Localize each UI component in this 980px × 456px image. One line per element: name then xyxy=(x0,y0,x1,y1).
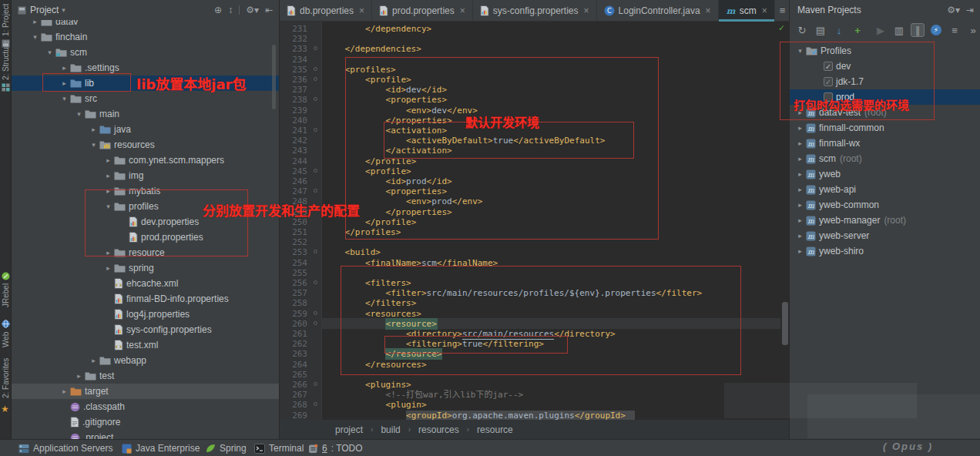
chevron-collapsed-icon[interactable]: ▸ xyxy=(794,109,806,116)
tabs-list-icon[interactable]: ≡ xyxy=(775,0,790,21)
maven-module-yweb-common[interactable]: ▸myweb-common xyxy=(790,197,980,213)
maven-profile-jdk-1-7[interactable]: ✓jdk-1.7 xyxy=(790,74,980,89)
status-item-terminal[interactable]: Terminal xyxy=(254,440,304,456)
tool-button-jrebel[interactable]: JRebel xyxy=(0,270,12,310)
tree-item-com-ynet-scm-mappers[interactable]: ▸com.ynet.scm.mappers xyxy=(12,153,279,168)
tab-prod-properties[interactable]: prod.properties× xyxy=(372,0,473,22)
chevron-collapsed-icon[interactable]: ▸ xyxy=(102,187,114,195)
tree-item-resource[interactable]: ▸resource xyxy=(12,245,279,260)
maven-module-yweb[interactable]: ▸myweb xyxy=(790,166,980,182)
chevron-collapsed-icon[interactable]: ▸ xyxy=(794,201,806,209)
breadcrumb-resources[interactable]: resources xyxy=(418,424,459,435)
tree-item-finchain[interactable]: ▾finchain xyxy=(12,29,279,45)
tree-item-test-xml[interactable]: test.xml xyxy=(12,337,279,353)
tree-item-webapp[interactable]: ▸webapp xyxy=(12,353,279,368)
fold-marker-icon[interactable] xyxy=(314,169,317,173)
tree-item-scm[interactable]: ▾scm xyxy=(12,45,279,60)
chevron-collapsed-icon[interactable]: ▸ xyxy=(102,172,114,179)
close-icon[interactable]: × xyxy=(584,6,589,15)
chevron-expanded-icon[interactable]: ▾ xyxy=(73,110,85,118)
status-item-application-servers[interactable]: Application Servers xyxy=(18,440,112,456)
chevron-collapsed-icon[interactable]: ▸ xyxy=(59,79,70,87)
hide-panel-right-icon[interactable]: ⇥ xyxy=(966,5,974,15)
tab-scm[interactable]: mscm× xyxy=(719,0,775,22)
chevron-collapsed-icon[interactable]: ▸ xyxy=(88,126,99,133)
download-sources-icon[interactable]: ↓ xyxy=(832,23,846,37)
tree-item-test[interactable]: ▸test xyxy=(12,368,279,384)
maven-module-yweb-manager[interactable]: ▸myweb-manager(root) xyxy=(790,213,980,228)
refresh-icon[interactable]: ↻ xyxy=(795,23,809,37)
tree-item-gitignore[interactable]: .gitignore xyxy=(12,414,279,430)
tree-item-src[interactable]: ▾src xyxy=(12,91,279,106)
show-deps-icon[interactable]: ≡ xyxy=(948,23,962,37)
tree-item-sys-config-properties[interactable]: sys-config.properties xyxy=(12,322,279,337)
chevron-collapsed-icon[interactable]: ▸ xyxy=(794,155,806,163)
chevron-collapsed-icon[interactable]: ▸ xyxy=(59,387,70,395)
breadcrumb-project[interactable]: project xyxy=(335,424,363,435)
tree-item-main[interactable]: ▾main xyxy=(12,106,279,122)
maven-module-yweb-api[interactable]: ▸myweb-api xyxy=(790,182,980,197)
more-icon[interactable]: » xyxy=(966,23,980,37)
chevron-expanded-icon[interactable]: ▾ xyxy=(29,33,41,41)
tab-db-properties[interactable]: db.properties× xyxy=(280,0,372,22)
chevron-collapsed-icon[interactable]: ▸ xyxy=(794,186,806,193)
breadcrumb-build[interactable]: build xyxy=(381,424,400,435)
tree-item-ehcache-xml[interactable]: ehcache.xml xyxy=(12,276,279,291)
chevron-collapsed-icon[interactable]: ▸ xyxy=(794,247,806,255)
close-icon[interactable]: × xyxy=(460,6,465,15)
status-item-spring[interactable]: Spring xyxy=(205,440,247,456)
chevron-collapsed-icon[interactable]: ▸ xyxy=(794,139,806,147)
project-scrollbar[interactable] xyxy=(272,45,276,109)
tree-item-lib[interactable]: ▸lib xyxy=(12,75,279,91)
hide-panel-icon[interactable]: ⇤ xyxy=(265,5,273,15)
offline-icon[interactable]: ⚡ xyxy=(929,23,943,37)
chevron-down-icon[interactable]: ▾ xyxy=(62,6,65,14)
maven-goal-icon[interactable]: ▥ xyxy=(892,23,906,37)
tree-item-java[interactable]: ▸java xyxy=(12,122,279,137)
chevron-collapsed-icon[interactable]: ▸ xyxy=(794,216,806,224)
tree-item-project[interactable]: .project xyxy=(12,430,279,439)
chevron-collapsed-icon[interactable]: ▸ xyxy=(73,372,85,380)
chevron-expanded-icon[interactable]: ▾ xyxy=(88,141,99,149)
tab-logincontroller-java[interactable]: CLoginController.java× xyxy=(597,0,719,22)
breadcrumb-resource[interactable]: resource xyxy=(477,424,513,435)
fold-marker-icon[interactable] xyxy=(314,67,317,71)
close-icon[interactable]: × xyxy=(762,6,767,15)
tree-item-img[interactable]: ▸img xyxy=(12,168,279,183)
chevron-expanded-icon[interactable]: ▾ xyxy=(59,95,70,102)
tree-item-classpath[interactable]: .classpath xyxy=(12,399,279,414)
tree-item-dev-properties[interactable]: dev.properties xyxy=(12,214,279,230)
maven-module-datav-test[interactable]: ▸mdataV-test(root) xyxy=(790,105,980,120)
collapse-all-icon[interactable]: ↕ xyxy=(228,5,233,15)
tree-item-spring[interactable]: ▸spring xyxy=(12,260,279,276)
tree-item-mybatis[interactable]: ▸mybatis xyxy=(12,183,279,199)
chevron-expanded-icon[interactable]: ▾ xyxy=(794,47,806,55)
profiles-icon[interactable]: ∥ xyxy=(911,23,925,37)
tool-button-2-structure[interactable]: 2: Structure xyxy=(0,46,12,86)
fold-marker-icon[interactable] xyxy=(314,280,317,284)
fold-marker-icon[interactable] xyxy=(314,382,317,386)
add-icon[interactable]: + xyxy=(851,23,864,37)
tree-item-finmal-bd-info-properties[interactable]: finmal-BD-info.properties xyxy=(12,291,279,307)
tree-item-resources[interactable]: ▾resources xyxy=(12,137,279,153)
status-item-java-enterprise[interactable]: Java Enterprise xyxy=(122,440,200,456)
run-icon[interactable]: ▶ xyxy=(874,23,888,37)
maven-module-scm[interactable]: ▸mscm(root) xyxy=(790,151,980,166)
tool-button-2-favorites[interactable]: 2: Favorites xyxy=(0,353,12,404)
settings-icon[interactable]: ⚙▾ xyxy=(246,5,259,15)
checkbox[interactable]: ✓ xyxy=(824,77,833,86)
maven-profile-dev[interactable]: ✓dev xyxy=(790,59,980,74)
fold-marker-icon[interactable] xyxy=(314,77,317,81)
fold-marker-icon[interactable] xyxy=(314,128,317,132)
fold-marker-icon[interactable] xyxy=(314,321,317,325)
tree-item-log4j-properties[interactable]: log4j.properties xyxy=(12,307,279,322)
code-editor[interactable]: 2312322332342352362372382392402412422432… xyxy=(280,22,790,420)
checkbox[interactable]: ✓ xyxy=(824,62,833,71)
chevron-collapsed-icon[interactable]: ▸ xyxy=(102,264,114,272)
update-folders-icon[interactable]: ▤ xyxy=(814,23,827,37)
maven-module-yweb-shiro[interactable]: ▸myweb-shiro xyxy=(790,243,980,259)
maven-module-finmall-common[interactable]: ▸mfinmall-common xyxy=(790,120,980,136)
chevron-collapsed-icon[interactable]: ▸ xyxy=(794,124,806,132)
tree-item-target[interactable]: ▸target xyxy=(12,384,279,399)
chevron-collapsed-icon[interactable]: ▸ xyxy=(102,249,114,256)
